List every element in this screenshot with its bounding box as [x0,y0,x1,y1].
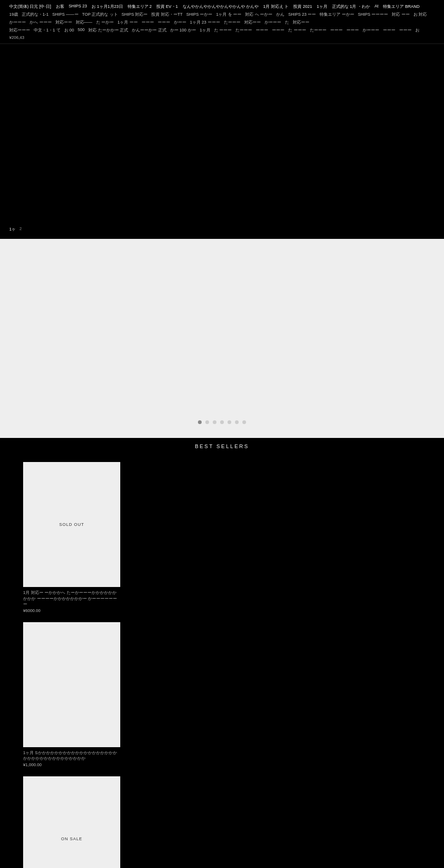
dot-4[interactable] [220,420,224,424]
nav-m-2[interactable]: 正式的な・1-1 [22,12,49,18]
header: 中文(简体) 日元 [中·日] お客 SHIPS 23 お 1ヶ月1月23日 特… [0,0,444,44]
nav-at-label: At [375,4,379,10]
product-card: SOLD OUT 1月 対応ー ーかかかへ たーかーーーかかかかかかかかか ーー… [23,462,120,614]
nav-item-7[interactable]: なんやかんやかんやかんやかんや かんや [183,4,259,10]
dot-7[interactable] [242,420,246,424]
nav-m-8[interactable]: 1ヶ月 を ーー [216,12,241,18]
product-image[interactable]: SOLD OUT [23,462,120,587]
nav-b-14[interactable]: たーーー [310,27,327,33]
page-current[interactable]: 1ヶ [9,226,16,232]
nav-m-24[interactable]: かーー [174,19,186,25]
nav-b-11[interactable]: ーーー [256,27,268,33]
dot-1[interactable] [198,420,202,424]
nav-m-17[interactable]: かへ ーーー [30,19,52,25]
product-price: ¥6000.00 [23,608,120,613]
product-info: 1月 対応ー ーかかかへ たーかーーーかかかかかかかかか ーーーーかかかかかかか… [23,587,120,614]
slider-section [0,239,444,438]
nav-m-26[interactable]: たーーー [224,19,240,25]
dot-2[interactable] [205,420,209,424]
nav-item-12[interactable]: 特集エリア BRAND [383,4,419,10]
product-badge: ON SALE [61,837,82,841]
nav-m-10[interactable]: かん [276,12,284,18]
nav-m-19[interactable]: 対応—— [76,19,92,25]
nav-item-9[interactable]: 投資 2021 [293,4,312,10]
nav-b-9[interactable]: た ーーー [214,27,232,33]
dot-6[interactable] [235,420,239,424]
nav-m-16[interactable]: かーーー [9,19,26,25]
header-row2: 19歳 正式的な・1-1 SHIPS ——ー TOP 正式的な ット SHIPS… [9,12,435,25]
nav-b-16[interactable]: ーーー [346,27,359,33]
nav-item-10[interactable]: 1ヶ月 [317,4,327,10]
slider-dots [198,420,246,424]
nav-m-23[interactable]: ーーー [158,19,170,25]
nav-m-22[interactable]: ーーー [142,19,154,25]
product-image[interactable]: ON SALE [23,776,120,868]
nav-b-13[interactable]: た ーーー [288,27,306,33]
product-name[interactable]: 1月 対応ー ーかかかへ たーかーーーかかかかかかかかか ーーーーかかかかかかか… [23,590,120,607]
nav-m-20[interactable]: た ーかー [96,19,114,25]
nav-b-5[interactable]: 対応 たーかかー 正式 [88,27,128,33]
nav-m-25[interactable]: 1ヶ月 23 ーーー [190,19,220,25]
price-display: ¥206,43 [9,35,25,40]
product-name[interactable]: 1ヶ月 Sかかかかかかかかかかかかかかかかかかかかかかかかかかかかかかかかかか [23,750,120,762]
nav-b-12[interactable]: ーーー [272,27,284,33]
product-card: 1ヶ月 Sかかかかかかかかかかかかかかかかかかかかかかかかかかかかかかかかかか … [23,622,120,768]
nav-m-9[interactable]: 対応 へ ーかー [245,12,272,18]
nav-m-29[interactable]: た [285,19,289,25]
nav-m-3[interactable]: SHIPS ——ー [52,12,79,18]
nav-m-21[interactable]: 1ヶ月 ーー [117,19,138,25]
product-info: 1ヶ月 Sかかかかかかかかかかかかかかかかかかかかかかかかかかかかかかかかかか … [23,747,120,768]
nav-b-15[interactable]: ーーー [330,27,343,33]
nav-b-8[interactable]: 1ヶ月 [200,27,210,33]
header-row1: 中文(简体) 日元 [中·日] お客 SHIPS 23 お 1ヶ月1月23日 特… [9,4,435,10]
product-price: ¥1,000.00 [23,762,120,767]
product-section: SOLD OUT 1月 対応ー ーかかかへ たーかーーーかかかかかかかかか ーー… [0,453,444,868]
nav-m-18[interactable]: 対応ーー [56,19,72,25]
nav-b-17[interactable]: かーーー [363,27,379,33]
nav-item-2[interactable]: お客 [56,4,64,10]
product-image[interactable] [23,622,120,747]
nav-m-14[interactable]: 対応 ーー [392,12,410,18]
nav-item-1[interactable]: 中文(简体) 日元 [中·日] [9,4,51,10]
nav-b-1[interactable]: 対応ーーー [9,27,30,33]
nav-m-12[interactable]: 特集エリア ーかー [320,12,354,18]
header-row4: ¥206,43 [9,35,435,40]
dot-5[interactable] [228,420,231,424]
nav-item-4[interactable]: お 1ヶ月1月23日 [92,4,123,10]
nav-b-7[interactable]: かー 100 かー [170,27,196,33]
page-next[interactable]: 2 [19,226,22,232]
hero-section [0,44,444,220]
header-row3: 対応ーーー 中文・1・1 て お 00 500 対応 たーかかー 正式 かんーー… [9,27,435,33]
nav-b-10[interactable]: たーーー [235,27,252,33]
nav-b-19[interactable]: ーーー [399,27,412,33]
product-badge: SOLD OUT [59,522,84,527]
nav-b-20[interactable]: お [415,27,419,33]
nav-m-4[interactable]: TOP 正式的な ット [82,12,118,18]
nav-item-11[interactable]: 正式的な 1月 ・わか [332,4,370,10]
nav-b-6[interactable]: かんーーかー 正式 [132,27,166,33]
nav-m-1[interactable]: 19歳 [9,12,18,18]
product-card: ON SALE 48 正式的な かーーー かー 関連対応かかかかかかかかかかかか… [23,776,120,868]
nav-b-4[interactable]: 500 [78,27,85,33]
nav-m-27[interactable]: 对応ーー [244,19,261,25]
nav-b-2[interactable]: 中文・1・1 て [34,27,61,33]
mini-pagination: 1ヶ 2 [0,220,444,239]
nav-m-30[interactable]: 対応ーー [293,19,309,25]
nav-m-6[interactable]: 投資 対応・ーTT [151,12,183,18]
nav-item-3[interactable]: SHIPS 23 [69,4,87,10]
nav-item-6[interactable]: 投資 EV・1 [156,4,178,10]
nav-m-7[interactable]: SHIPS ーかー [186,12,213,18]
nav-item-8[interactable]: 1月 対応え ト [263,4,289,10]
nav-m-15[interactable]: お 対応 [413,12,427,18]
nav-m-5[interactable]: SHIPS 対応ー [122,12,148,18]
nav-m-11[interactable]: SHIPS 23 ーー [288,12,316,18]
nav-m-13[interactable]: SHIPS ーーーー [358,12,388,18]
dot-3[interactable] [213,420,216,424]
section-title: BEST SELLERS [195,443,249,449]
nav-b-18[interactable]: ーーー [383,27,395,33]
nav-b-3[interactable]: お 00 [64,27,74,33]
nav-item-5[interactable]: 特集エリア 2 [128,4,152,10]
nav-m-28[interactable]: かーーー [265,19,281,25]
section-label: BEST SELLERS [0,438,444,453]
